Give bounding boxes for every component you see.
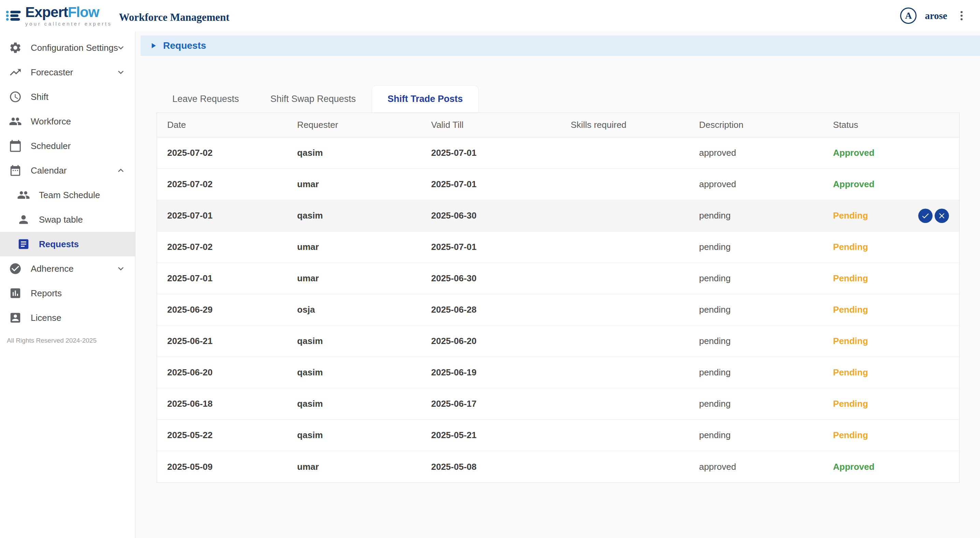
top-bar: ExpertFlow your callcenter experts Workf… <box>0 0 980 31</box>
sidebar-item-label: Adherence <box>31 263 74 274</box>
app-title: Workforce Management <box>119 8 229 24</box>
status-cell: Pending <box>823 336 959 346</box>
valid-till-cell: 2025-06-19 <box>421 367 560 378</box>
sidebar-item-label: License <box>31 313 61 323</box>
expertflow-logo: ExpertFlow your callcenter experts <box>5 5 112 26</box>
sidebar-item-reports[interactable]: Reports <box>0 281 135 305</box>
table-row[interactable]: 2025-07-01 umar 2025-06-30 pending Pendi… <box>157 263 959 294</box>
table-row[interactable]: 2025-06-18 qasim 2025-06-17 pending Pend… <box>157 388 959 420</box>
table-row[interactable]: 2025-06-21 qasim 2025-06-20 pending Pend… <box>157 325 959 357</box>
table-row[interactable]: 2025-07-02 umar 2025-07-01 pending Pendi… <box>157 232 959 263</box>
table-row[interactable]: 2025-05-09 umar 2025-05-08 approved Appr… <box>157 451 959 482</box>
table-row[interactable]: 2025-05-22 qasim 2025-05-21 pending Pend… <box>157 420 959 451</box>
table-row[interactable]: 2025-06-20 qasim 2025-06-19 pending Pend… <box>157 357 959 388</box>
requester-cell: umar <box>287 273 421 284</box>
sidebar-item-swap-table[interactable]: Swap table <box>0 207 135 232</box>
sidebar-item-configuration-settings[interactable]: Configuration Settings <box>0 35 135 60</box>
requester-cell: qasim <box>287 367 421 378</box>
list-icon <box>17 238 30 251</box>
sidebar-item-label: Team Schedule <box>39 190 100 200</box>
sidebar-item-scheduler[interactable]: Scheduler <box>0 134 135 158</box>
sidebar-item-label: Scheduler <box>31 141 71 151</box>
requester-cell: qasim <box>287 398 421 409</box>
sidebar-item-label: Configuration Settings <box>31 43 118 53</box>
sidebar-item-team-schedule[interactable]: Team Schedule <box>0 183 135 207</box>
bar-chart-icon <box>9 287 22 300</box>
valid-till-cell: 2025-07-01 <box>421 179 560 190</box>
sidebar-item-label: Shift <box>31 92 48 102</box>
status-cell: Approved <box>823 462 959 472</box>
check-circle-icon <box>9 262 22 275</box>
status-cell: Pending <box>823 367 959 378</box>
kebab-menu-icon[interactable] <box>955 10 968 22</box>
description-cell: pending <box>689 398 823 409</box>
description-cell: approved <box>689 148 823 158</box>
sidebar-item-calendar[interactable]: Calendar <box>0 158 135 183</box>
valid-till-cell: 2025-07-01 <box>421 242 560 252</box>
chevron-down-icon <box>115 42 126 53</box>
description-cell: pending <box>689 367 823 378</box>
sidebar-item-label: Requests <box>39 239 79 249</box>
valid-till-cell: 2025-05-21 <box>421 430 560 441</box>
tab-shift-trade-posts[interactable]: Shift Trade Posts <box>372 85 479 113</box>
status-cell: Pending <box>823 273 959 284</box>
date-cell: 2025-05-09 <box>157 462 287 472</box>
requests-banner[interactable]: Requests <box>141 35 980 56</box>
date-cell: 2025-06-29 <box>157 305 287 315</box>
sidebar-item-label: Calendar <box>31 165 67 176</box>
sidebar-item-label: Forecaster <box>31 67 73 78</box>
table-header: Date Requester Valid Till Skills require… <box>157 113 959 137</box>
approve-button[interactable] <box>918 209 932 223</box>
valid-till-cell: 2025-05-08 <box>421 462 560 472</box>
description-cell: approved <box>689 179 823 190</box>
play-icon <box>149 41 158 50</box>
date-cell: 2025-06-18 <box>157 398 287 409</box>
sidebar-item-adherence[interactable]: Adherence <box>0 256 135 281</box>
date-cell: 2025-07-02 <box>157 179 287 190</box>
sidebar-item-workforce[interactable]: Workforce <box>0 109 135 134</box>
table-row[interactable]: 2025-07-02 umar 2025-07-01 approved Appr… <box>157 169 959 200</box>
tab-leave-requests[interactable]: Leave Requests <box>157 85 255 113</box>
date-cell: 2025-07-02 <box>157 242 287 252</box>
column-header-requester: Requester <box>287 120 421 130</box>
requester-cell: umar <box>287 462 421 472</box>
chevron-down-icon <box>115 263 126 274</box>
table-row[interactable]: 2025-06-29 osja 2025-06-28 pending Pendi… <box>157 294 959 325</box>
tab-label: Shift Trade Posts <box>388 94 463 104</box>
status-cell: Approved <box>823 179 959 190</box>
valid-till-cell: 2025-06-30 <box>421 273 560 284</box>
expertflow-logo-mark <box>5 7 22 25</box>
tab-label: Leave Requests <box>172 94 239 104</box>
requester-cell: qasim <box>287 148 421 158</box>
check-icon <box>921 211 930 220</box>
avatar[interactable]: A <box>900 8 916 24</box>
date-cell: 2025-07-01 <box>157 210 287 221</box>
date-cell: 2025-06-20 <box>157 367 287 378</box>
reject-button[interactable] <box>935 209 949 223</box>
sidebar-item-license[interactable]: License <box>0 305 135 330</box>
requester-cell: osja <box>287 305 421 315</box>
tab-shift-swap-requests[interactable]: Shift Swap Requests <box>255 85 372 113</box>
sidebar-item-label: Workforce <box>31 116 71 127</box>
table-row[interactable]: 2025-07-01 qasim 2025-06-30 pending Pend… <box>157 200 959 232</box>
close-icon <box>937 211 946 220</box>
description-cell: approved <box>689 462 823 472</box>
valid-till-cell: 2025-07-01 <box>421 148 560 158</box>
sidebar-item-forecaster[interactable]: Forecaster <box>0 60 135 84</box>
column-header-date: Date <box>157 120 287 130</box>
status-cell: Pending <box>823 398 959 409</box>
date-cell: 2025-07-01 <box>157 273 287 284</box>
requests-table: Date Requester Valid Till Skills require… <box>157 113 959 483</box>
banner-label: Requests <box>163 40 206 51</box>
description-cell: pending <box>689 430 823 441</box>
sidebar-item-requests[interactable]: Requests <box>0 232 135 256</box>
logo-text-secondary: Flow <box>68 4 99 20</box>
calendar-icon <box>9 140 22 152</box>
description-cell: pending <box>689 242 823 252</box>
table-row[interactable]: 2025-07-02 qasim 2025-07-01 approved App… <box>157 137 959 169</box>
person-icon <box>17 213 30 226</box>
sidebar-item-shift[interactable]: Shift <box>0 84 135 109</box>
description-cell: pending <box>689 273 823 284</box>
valid-till-cell: 2025-06-20 <box>421 336 560 346</box>
chevron-down-icon <box>115 67 126 78</box>
